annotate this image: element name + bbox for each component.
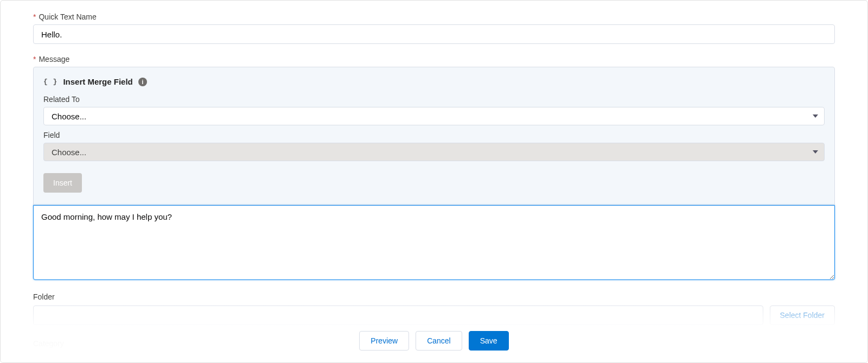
cancel-button[interactable]: Cancel: [416, 331, 462, 351]
folder-row: Select Folder: [33, 305, 835, 325]
insert-button: Insert: [43, 173, 82, 193]
message-textarea[interactable]: [33, 205, 835, 280]
required-star-icon: *: [33, 12, 36, 21]
required-star-icon: *: [33, 55, 36, 63]
field-select: Choose...: [43, 143, 825, 161]
preview-button[interactable]: Preview: [359, 331, 409, 351]
merge-field-title: Insert Merge Field: [63, 77, 132, 86]
field-select-wrap: Choose...: [43, 143, 825, 161]
message-label-text: Message: [39, 55, 69, 63]
field-label: Field: [43, 131, 825, 139]
folder-input[interactable]: [33, 305, 763, 325]
related-to-placeholder: Choose...: [52, 112, 86, 121]
form-scroll-area: * Quick Text Name * Message { } Insert M…: [1, 1, 867, 362]
related-to-label: Related To: [43, 95, 825, 104]
save-button[interactable]: Save: [469, 331, 509, 351]
info-icon[interactable]: i: [138, 78, 147, 86]
field-placeholder: Choose...: [52, 148, 86, 157]
message-label: * Message: [33, 55, 835, 63]
related-to-select[interactable]: Choose...: [43, 107, 825, 125]
merge-braces-icon: { }: [43, 78, 58, 86]
quick-text-name-label: * Quick Text Name: [33, 12, 835, 21]
folder-label: Folder: [33, 292, 835, 301]
merge-field-header: { } Insert Merge Field i: [43, 77, 825, 86]
related-to-select-wrap: Choose...: [43, 107, 825, 125]
quick-text-name-input[interactable]: [33, 24, 835, 44]
form-container: * Quick Text Name * Message { } Insert M…: [0, 0, 868, 363]
folder-label-text: Folder: [33, 292, 55, 301]
select-folder-button[interactable]: Select Folder: [770, 305, 835, 325]
merge-field-panel: { } Insert Merge Field i Related To Choo…: [33, 67, 835, 205]
quick-text-name-label-text: Quick Text Name: [39, 12, 96, 21]
